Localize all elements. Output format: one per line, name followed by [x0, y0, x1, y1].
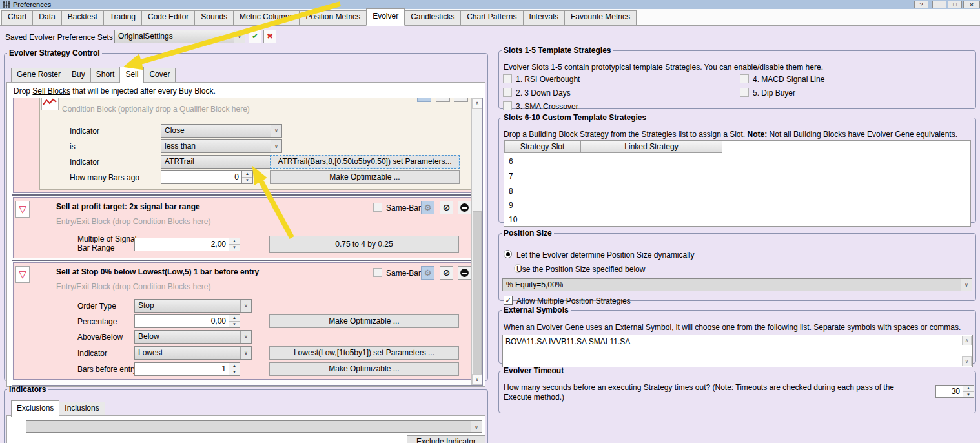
same-bar-checkbox[interactable] [373, 268, 382, 277]
disable-button[interactable]: ⊘ [440, 201, 453, 214]
set-parameters-button[interactable]: ATRTrail(Bars,8,[0.50to5by0.50]) set Par… [270, 155, 460, 169]
spinner-buttons[interactable]: ▲▼ [229, 362, 240, 376]
spin-up-icon[interactable]: ▲ [229, 315, 240, 322]
help-button[interactable]: ? [914, 1, 928, 8]
spin-up-icon[interactable]: ▲ [963, 386, 974, 392]
tab-buy[interactable]: Buy [66, 68, 91, 83]
optimize-range-button[interactable]: 0.75 to 4 by 0.25 [269, 236, 459, 253]
spinner-buttons[interactable]: ▲▼ [963, 385, 974, 398]
tab-evolver[interactable]: Evolver [366, 8, 405, 26]
external-symbols-input[interactable]: BOVA11.SA IVVB11.SA SMAL11.SA ∧ ∨ [502, 335, 973, 367]
tab-trading[interactable]: Trading [103, 10, 142, 25]
sell-stop-block[interactable]: ▽ Sell at Stop 0% below Lowest(Low,5) 1 … [13, 262, 471, 380]
bars-before-spinner[interactable]: 1 ▲▼ [134, 362, 240, 376]
column-header-linked-strategy[interactable]: Linked Strategy [580, 141, 722, 153]
spin-down-icon[interactable]: ▼ [963, 392, 974, 398]
minimize-button[interactable]: — [932, 1, 946, 8]
spin-up-icon[interactable]: ▲ [229, 238, 240, 245]
disable-button[interactable]: ⊘ [440, 266, 453, 280]
slot3-checkbox[interactable] [503, 101, 512, 110]
timeout-spinner[interactable]: 30 ▲▼ [935, 385, 974, 398]
slot5-checkbox[interactable] [740, 88, 749, 97]
slot2-checkbox[interactable] [503, 88, 512, 97]
scroll-down-icon[interactable]: ∨ [472, 374, 482, 385]
tab-favourite-metrics[interactable]: Favourite Metrics [564, 10, 637, 25]
percentage-spinner[interactable]: 0,00 ▲▼ [134, 314, 240, 328]
scroll-up-icon[interactable]: ∧ [962, 336, 972, 345]
dynamic-position-radio[interactable] [504, 250, 512, 258]
spin-down-icon[interactable]: ▼ [229, 245, 240, 251]
indicator2-select[interactable]: ATRTrail ∨ [161, 155, 282, 169]
tab-sell[interactable]: Sell [119, 67, 144, 83]
position-size-select[interactable]: % Equity=5,00% ∨ [502, 278, 972, 291]
spinner-buttons[interactable]: ▲▼ [229, 314, 240, 328]
blocks-scrollbar[interactable]: ∧ ∨ [471, 98, 482, 385]
spinner-buttons[interactable]: ▲▼ [229, 238, 240, 251]
tab-chart-patterns[interactable]: Chart Patterns [460, 10, 523, 25]
tab-candlesticks[interactable]: Candlesticks [404, 10, 461, 25]
above-below-select[interactable]: Below ∨ [134, 330, 252, 344]
chevron-down-icon: ∨ [271, 125, 281, 137]
stop-indicator-select[interactable]: Lowest ∨ [134, 346, 252, 360]
tab-sounds[interactable]: Sounds [194, 10, 234, 25]
tab-cover[interactable]: Cover [143, 68, 176, 83]
disable-icon[interactable] [436, 98, 450, 102]
table-row-slot-9[interactable]: 9 [504, 199, 513, 212]
set-parameters-button[interactable]: Lowest(Low,[1to5by1]) set Parameters ... [269, 346, 459, 360]
spinner-buttons[interactable]: ▲▼ [242, 170, 253, 184]
close-button[interactable]: × [963, 1, 980, 8]
scroll-down-icon[interactable]: ∨ [962, 356, 972, 366]
strategies-link[interactable]: Strategies [641, 130, 676, 139]
condition-block[interactable]: Condition Block (optionally drop a Quali… [39, 98, 473, 190]
make-optimizable-button[interactable]: Make Optimizable ... [270, 170, 460, 184]
tab-position-metrics[interactable]: Position Metrics [299, 10, 367, 25]
same-bar-checkbox[interactable] [373, 203, 382, 212]
table-row-slot-8[interactable]: 8 [504, 185, 513, 198]
apply-set-button[interactable]: ✔ [249, 30, 261, 43]
exclude-indicator-button[interactable]: Exclude Indicator [407, 435, 485, 443]
slot4-checkbox[interactable] [740, 74, 749, 83]
bars-ago-spinner[interactable]: 0 ▲▼ [161, 170, 253, 184]
table-row-slot-10[interactable]: 10 [504, 213, 517, 227]
saved-sets-select[interactable]: OriginalSettings ∨ [114, 30, 245, 43]
tab-exclusions[interactable]: Exclusions [11, 400, 59, 417]
tab-inclusions[interactable]: Inclusions [59, 402, 105, 417]
spin-down-icon[interactable]: ▼ [229, 369, 240, 375]
sell-blocks-link[interactable]: Sell Blocks [32, 87, 70, 96]
make-optimizable-button[interactable]: Make Optimizable ... [269, 314, 459, 328]
remove-icon[interactable] [454, 98, 468, 102]
spin-up-icon[interactable]: ▲ [229, 363, 240, 369]
gear-icon[interactable] [417, 98, 431, 102]
gear-button[interactable]: ⚙ [421, 201, 434, 214]
spin-down-icon[interactable]: ▼ [229, 322, 240, 327]
scrollbar-thumb[interactable] [473, 211, 482, 375]
tab-gene-roster[interactable]: Gene Roster [11, 68, 66, 83]
scroll-up-icon[interactable]: ∧ [472, 98, 482, 109]
indicator-select[interactable]: ∨ [26, 420, 482, 433]
make-optimizable-button[interactable]: Make Optimizable ... [269, 362, 459, 376]
slot1-checkbox[interactable] [503, 74, 512, 83]
tab-data[interactable]: Data [32, 10, 61, 25]
table-row-slot-7[interactable]: 7 [504, 170, 513, 183]
spin-down-icon[interactable]: ▼ [242, 178, 252, 183]
order-type-select[interactable]: Stop ∨ [134, 299, 252, 313]
remove-button[interactable] [458, 266, 471, 280]
tab-intervals[interactable]: Intervals [523, 10, 565, 25]
allow-multiple-checkbox[interactable]: ✓ [504, 296, 513, 305]
tab-chart[interactable]: Chart [1, 10, 33, 25]
operator-select[interactable]: less than ∨ [161, 139, 282, 153]
spin-up-icon[interactable]: ▲ [242, 171, 252, 178]
maximize-button[interactable]: □ [948, 1, 962, 8]
table-row-slot-6[interactable]: 6 [504, 155, 513, 169]
column-header-strategy-slot[interactable]: Strategy Slot [504, 141, 580, 153]
tab-backtest[interactable]: Backtest [61, 10, 104, 25]
tab-metric-columns[interactable]: Metric Columns [233, 10, 300, 25]
tab-code-editor[interactable]: Code Editor [141, 10, 195, 25]
indicator1-select[interactable]: Close ∨ [161, 124, 282, 138]
profit-target-block[interactable]: ▽ Sell at profit target: 2x signal bar r… [13, 197, 471, 258]
gear-button[interactable]: ⚙ [421, 266, 434, 280]
delete-set-button[interactable]: ✖ [263, 30, 276, 43]
tab-short[interactable]: Short [90, 68, 121, 83]
multiple-spinner[interactable]: 2,00 ▲▼ [134, 238, 240, 251]
remove-button[interactable] [458, 201, 471, 214]
